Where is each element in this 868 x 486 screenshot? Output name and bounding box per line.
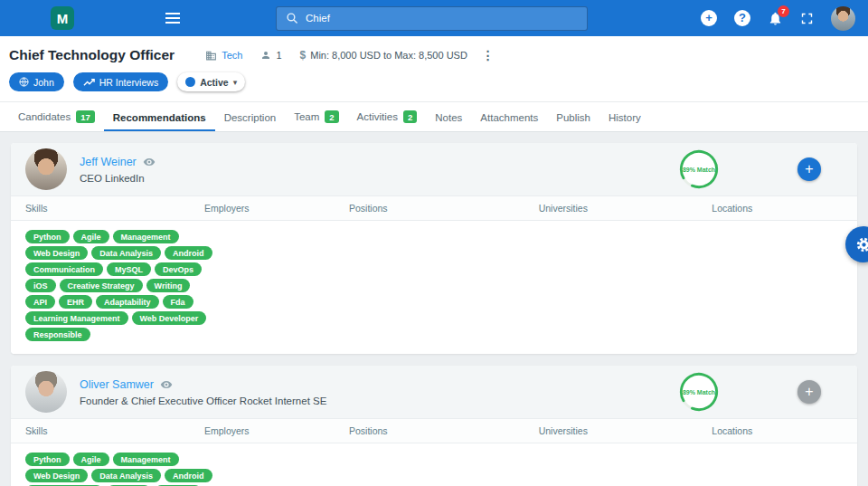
skill-tag[interactable]: Writing <box>146 279 191 292</box>
person-icon <box>260 50 271 61</box>
search-input[interactable] <box>306 13 578 24</box>
tab-count-badge: 2 <box>403 110 417 123</box>
tab-attachments[interactable]: Attachments <box>471 104 547 131</box>
skill-tag[interactable]: Android <box>165 246 212 260</box>
notifications-button[interactable]: 7 <box>768 11 783 26</box>
candidate-avatar[interactable] <box>25 371 67 413</box>
column-header-positions: Positions <box>349 203 539 214</box>
skill-tag[interactable]: Adaptability <box>96 295 159 309</box>
job-header: Chief Technology Officer Tech 1 $ Min: 8… <box>0 36 868 102</box>
candidate-card-header: Oliver Samwer Founder & Chief Executive … <box>11 366 857 418</box>
candidate-card: Jeff Weiner CEO LinkedIn 89% Match + Ski… <box>11 143 857 354</box>
expand-icon <box>800 12 814 25</box>
skill-tag[interactable]: Learning Management <box>25 311 128 325</box>
skill-tag[interactable]: Web Developer <box>132 311 207 325</box>
question-icon: ? <box>734 10 750 26</box>
skill-tag[interactable]: Communication <box>25 262 103 276</box>
skill-tag[interactable]: DevOps <box>155 262 202 276</box>
search-bar[interactable] <box>276 6 588 31</box>
headcount-value: 1 <box>276 50 281 61</box>
dollar-icon: $ <box>300 49 307 62</box>
fullscreen-button[interactable] <box>800 12 814 25</box>
column-headers: SkillsEmployersPositionsUniversitiesLoca… <box>11 195 857 221</box>
candidate-card: Oliver Samwer Founder & Chief Executive … <box>11 366 857 486</box>
add-button[interactable]: + <box>701 10 717 26</box>
user-avatar[interactable] <box>831 6 855 31</box>
skill-tag[interactable]: Web Design <box>25 469 88 482</box>
column-header-skills: Skills <box>25 203 204 214</box>
tab-description[interactable]: Description <box>215 104 286 131</box>
skills-section: PythonAgileManagementWeb DesignData Anal… <box>11 443 857 486</box>
skill-tag[interactable]: Python <box>25 453 70 466</box>
candidate-name-link[interactable]: Oliver Samwer <box>80 378 154 391</box>
skill-tag[interactable]: MySQL <box>107 262 151 276</box>
plus-icon: + <box>701 10 717 26</box>
skill-tag[interactable]: Python <box>25 230 70 243</box>
column-header-positions: Positions <box>349 425 539 436</box>
skill-tag[interactable]: Android <box>165 469 212 482</box>
skill-tag[interactable]: Management <box>113 230 179 243</box>
skill-tag[interactable]: Web Design <box>25 246 88 260</box>
column-headers: SkillsEmployersPositionsUniversitiesLoca… <box>11 418 857 443</box>
search-icon <box>286 12 298 24</box>
tab-recommendations[interactable]: Recommendations <box>104 104 215 131</box>
add-candidate-button[interactable]: + <box>797 380 821 404</box>
column-header-skills: Skills <box>25 425 204 436</box>
skill-tag[interactable]: iOS <box>25 279 56 292</box>
salary-range: Min: 8,000 USD to Max: 8,500 USD <box>310 50 467 61</box>
owner-pill[interactable]: John <box>9 72 64 91</box>
pipeline-pill-label: HR Interviews <box>99 77 158 88</box>
job-pills: John HR Interviews Active ▾ <box>9 72 859 91</box>
app-logo[interactable]: M <box>51 6 74 30</box>
tab-count-badge: 17 <box>76 110 95 123</box>
menu-button[interactable] <box>165 12 181 24</box>
salary-meta: $ Min: 8,000 USD to Max: 8,500 USD <box>300 49 467 62</box>
status-dot-icon <box>185 77 195 87</box>
match-score-ring: 89% Match <box>678 148 720 190</box>
skills-tags: PythonAgileManagementWeb DesignData Anal… <box>25 230 220 341</box>
hamburger-icon <box>165 12 181 24</box>
skill-tag[interactable]: Fda <box>163 295 193 309</box>
tab-activities[interactable]: Activities2 <box>348 102 427 131</box>
help-button[interactable]: ? <box>734 10 750 26</box>
department-link[interactable]: Tech <box>222 50 242 61</box>
skills-section: PythonAgileManagementWeb DesignData Anal… <box>11 221 857 354</box>
tab-label: Team <box>294 111 319 122</box>
add-candidate-button[interactable]: + <box>797 157 821 181</box>
building-icon <box>205 50 217 62</box>
more-options-button[interactable]: ⋮ <box>482 48 495 62</box>
tab-label: Publish <box>556 112 590 123</box>
tab-team[interactable]: Team2 <box>285 102 347 131</box>
skill-tag[interactable]: Data Analysis <box>91 246 161 260</box>
skill-tag[interactable]: Agile <box>73 230 109 243</box>
owner-pill-label: John <box>33 77 54 88</box>
tab-history[interactable]: History <box>599 104 650 131</box>
gear-icon <box>855 236 868 253</box>
notification-badge: 7 <box>778 5 789 17</box>
skill-tag[interactable]: Management <box>113 453 179 466</box>
tab-notes[interactable]: Notes <box>426 104 471 131</box>
skill-tag[interactable]: API <box>25 295 55 309</box>
kebab-icon: ⋮ <box>482 48 495 62</box>
column-header-employers: Employers <box>204 425 349 436</box>
chevron-down-icon: ▾ <box>233 78 238 87</box>
candidate-name-link[interactable]: Jeff Weiner <box>80 156 137 168</box>
skill-tag[interactable]: Data Analysis <box>91 469 161 482</box>
eye-icon[interactable] <box>143 156 156 168</box>
tab-label: Attachments <box>480 112 538 123</box>
status-dropdown[interactable]: Active ▾ <box>177 72 245 91</box>
candidate-avatar[interactable] <box>25 148 67 190</box>
skill-tag[interactable]: Creative Strategy <box>60 279 143 292</box>
skill-tag[interactable]: Agile <box>73 453 109 466</box>
skill-tag[interactable]: EHR <box>59 295 92 309</box>
eye-icon[interactable] <box>160 378 173 391</box>
tab-candidates[interactable]: Candidates17 <box>9 102 104 131</box>
tab-label: Description <box>224 112 277 123</box>
page-title: Chief Technology Officer <box>9 47 175 63</box>
skill-tag[interactable]: Responsible <box>25 328 90 341</box>
tab-publish[interactable]: Publish <box>547 104 599 131</box>
trending-up-icon <box>83 78 95 87</box>
app-logo-letter: M <box>57 11 69 26</box>
match-label: 89% Match <box>678 371 720 413</box>
pipeline-pill[interactable]: HR Interviews <box>73 72 168 91</box>
